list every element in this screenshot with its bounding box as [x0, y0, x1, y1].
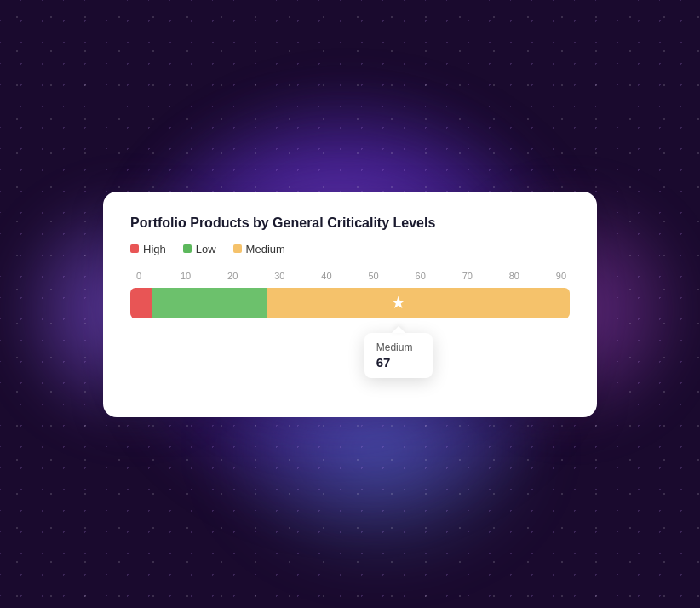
axis-label-20: 20: [224, 271, 241, 281]
legend-item-medium: Medium: [233, 243, 285, 255]
chart-legend: High Low Medium: [130, 243, 570, 255]
axis-label-40: 40: [318, 271, 335, 281]
axis-label-70: 70: [459, 271, 476, 281]
tooltip-wrapper: Medium 67: [364, 333, 433, 378]
bar-segment-medium: [267, 288, 570, 318]
bar-segment-high: [130, 288, 152, 318]
tooltip-label: Medium: [376, 341, 421, 353]
chart-tooltip: Medium 67: [364, 333, 433, 378]
axis-label-0: 0: [130, 271, 147, 281]
legend-label-medium: Medium: [246, 243, 285, 255]
axis-label-80: 80: [506, 271, 523, 281]
legend-dot-medium: [233, 244, 242, 253]
chart-card: Portfolio Products by General Criticalit…: [103, 192, 597, 417]
tooltip-value: 67: [376, 355, 421, 370]
axis-label-30: 30: [271, 271, 288, 281]
chart-title: Portfolio Products by General Criticalit…: [130, 215, 570, 231]
legend-dot-high: [130, 244, 139, 253]
legend-label-low: Low: [196, 243, 216, 255]
legend-label-high: High: [143, 243, 166, 255]
legend-dot-low: [183, 244, 192, 253]
axis-label-90: 90: [553, 271, 570, 281]
legend-item-high: High: [130, 243, 166, 255]
axis-label-60: 60: [412, 271, 429, 281]
axis-labels: 0 10 20 30 40 50 60 70 80 90: [130, 271, 570, 281]
bar-segment-low: [152, 288, 267, 318]
axis-label-10: 10: [177, 271, 194, 281]
legend-item-low: Low: [183, 243, 216, 255]
axis-label-50: 50: [365, 271, 382, 281]
stacked-bar-chart: [130, 288, 570, 318]
